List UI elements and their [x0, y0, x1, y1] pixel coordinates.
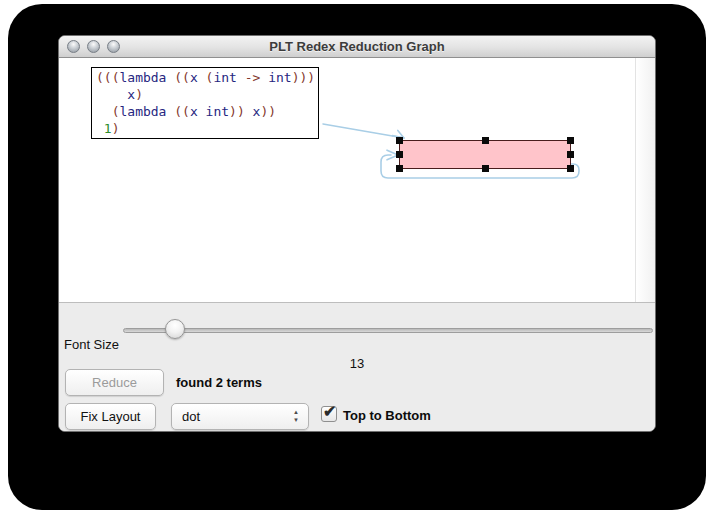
selection-handle[interactable]: [567, 165, 574, 172]
top-to-bottom-checkbox[interactable]: ✔: [321, 406, 337, 422]
selection-handle[interactable]: [482, 137, 489, 144]
title-bar[interactable]: PLT Redex Reduction Graph: [59, 36, 655, 58]
reduce-button[interactable]: Reduce: [65, 369, 164, 396]
selection-handle[interactable]: [396, 151, 403, 158]
graph-node-selected-term[interactable]: (lambda ((x int)) x): [399, 140, 571, 169]
font-size-slider-track[interactable]: [123, 328, 653, 333]
top-to-bottom-label: Top to Bottom: [343, 408, 431, 423]
stepper-up-icon: ▲: [293, 408, 299, 416]
screenshot-stage: PLT Redex Reduction Graph (((lambda ((x …: [0, 0, 714, 514]
selection-handle[interactable]: [482, 165, 489, 172]
font-size-slider-thumb[interactable]: [165, 319, 185, 339]
graph-node-source-term[interactable]: (((lambda ((x (int -> int))) x) (lambda …: [91, 67, 319, 139]
selection-handle[interactable]: [567, 137, 574, 144]
layout-algorithm-dropdown[interactable]: dot ▲ ▼: [171, 403, 309, 430]
stepper-down-icon: ▼: [293, 416, 299, 424]
edge-term1-to-term2: [323, 124, 404, 138]
app-window: PLT Redex Reduction Graph (((lambda ((x …: [58, 35, 656, 432]
font-size-label: Font Size: [64, 337, 119, 352]
control-panel: Font Size 13 Reduce found 2 terms Fix La…: [59, 304, 655, 431]
status-text: found 2 terms: [176, 375, 262, 390]
vertical-scrollbar[interactable]: [635, 58, 655, 302]
reduction-graph-canvas[interactable]: (((lambda ((x (int -> int))) x) (lambda …: [59, 58, 655, 303]
dropdown-stepper-icon: ▲ ▼: [293, 408, 299, 424]
selection-handle[interactable]: [396, 137, 403, 144]
layout-dropdown-value: dot: [182, 409, 200, 424]
window-title: PLT Redex Reduction Graph: [59, 39, 655, 54]
fix-layout-button[interactable]: Fix Layout: [65, 403, 156, 430]
checkmark-icon: ✔: [323, 402, 336, 421]
selection-handle[interactable]: [567, 151, 574, 158]
selection-handle[interactable]: [396, 165, 403, 172]
